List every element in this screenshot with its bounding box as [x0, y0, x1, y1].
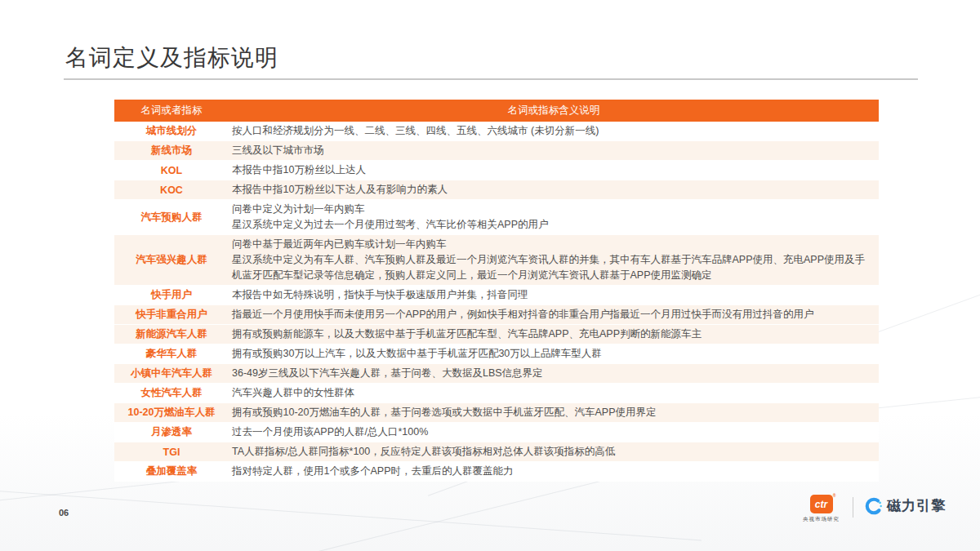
table-row: KOL 本报告中指10万粉丝以上达人 — [114, 161, 879, 180]
desc-line: 三线及以下城市市场 — [232, 143, 872, 158]
term-cell: 月渗透率 — [114, 423, 229, 442]
ctr-logo: ctr ® 央视市场研究 — [803, 495, 840, 523]
desc-cell: 拥有或预购新能源车，以及大数据中基于手机蓝牙匹配车型、汽车品牌APP、充电APP… — [229, 325, 879, 344]
logo-divider — [853, 497, 853, 518]
desc-cell: 本报告中指10万粉丝以下达人及有影响力的素人 — [229, 180, 879, 199]
page-number: 06 — [59, 508, 69, 518]
desc-cell: 指对特定人群，使用1个或多个APP时，去重后的人群覆盖能力 — [229, 462, 879, 481]
definitions-table: 名词或者指标 名词或指标含义说明 城市线划分 按人口和经济规划分为一线、二线、三… — [114, 100, 879, 482]
table-row: KOC 本报告中指10万粉丝以下达人及有影响力的素人 — [114, 180, 879, 200]
desc-cell: 拥有或预购30万以上汽车，以及大数据中基于手机蓝牙匹配30万以上品牌车型人群 — [229, 344, 879, 363]
desc-line: 过去一个月使用该APP的人群/总人口*100% — [232, 424, 872, 440]
desc-line: 本报告中指10万粉丝以上达人 — [232, 162, 872, 178]
table-row: 叠加覆盖率 指对特定人群，使用1个或多个APP时，去重后的人群覆盖能力 — [114, 462, 879, 482]
term-cell: 10-20万燃油车人群 — [114, 403, 229, 422]
desc-line: 拥有或预购10-20万燃油车的人群，基于问卷选项或大数据中手机蓝牙匹配、汽车AP… — [232, 405, 872, 420]
footer-logos: ctr ® 央视市场研究 磁力引擎 — [803, 495, 946, 523]
desc-line: TA人群指标/总人群同指标*100，反应特定人群该项指标相对总体人群该项指标的高… — [232, 444, 872, 460]
desc-line: 问卷中定义为计划一年内购车 — [232, 202, 872, 217]
term-cell: TGI — [114, 442, 229, 461]
table-header-row: 名词或者指标 名词或指标含义说明 — [114, 100, 879, 122]
table-row: 城市线划分 按人口和经济规划分为一线、二线、三线、四线、五线、六线城市 (未切分… — [114, 122, 879, 141]
table-row: 豪华车人群 拥有或预购30万以上汽车，以及大数据中基于手机蓝牙匹配30万以上品牌… — [114, 344, 879, 364]
table-row: 汽车预购人群 问卷中定义为计划一年内购车星汉系统中定义为过去一个月使用过驾考、汽… — [114, 200, 879, 235]
desc-line: 星汉系统中定义为过去一个月使用过驾考、汽车比价等相关APP的用户 — [232, 217, 872, 233]
desc-cell: 按人口和经济规划分为一线、二线、三线、四线、五线、六线城市 (未切分新一线) — [229, 122, 879, 140]
desc-cell: 三线及以下城市市场 — [229, 141, 879, 160]
term-cell: 女性汽车人群 — [114, 384, 229, 402]
kwai-magnetic-engine-logo: 磁力引擎 — [865, 496, 946, 515]
desc-line: 按人口和经济规划分为一线、二线、三线、四线、五线、六线城市 (未切分新一线) — [232, 123, 872, 139]
term-cell: 叠加覆盖率 — [114, 462, 229, 481]
table-row: TGI TA人群指标/总人群同指标*100，反应特定人群该项指标相对总体人群该项… — [114, 442, 879, 462]
desc-cell: 汽车兴趣人群中的女性群体 — [229, 384, 879, 402]
term-cell: KOL — [114, 161, 229, 180]
desc-cell: 问卷中定义为计划一年内购车星汉系统中定义为过去一个月使用过驾考、汽车比价等相关A… — [229, 200, 879, 234]
desc-line: 指对特定人群，使用1个或多个APP时，去重后的人群覆盖能力 — [232, 464, 872, 479]
ctr-subtext: 央视市场研究 — [803, 516, 840, 523]
desc-line: 问卷中基于最近两年内已购车或计划一年内购车 — [232, 237, 872, 252]
term-cell: 快手用户 — [114, 286, 229, 304]
desc-cell: 拥有或预购10-20万燃油车的人群，基于问卷选项或大数据中手机蓝牙匹配、汽车AP… — [229, 403, 879, 422]
desc-cell: 指最近一个月使用快手而未使用另一个APP的用户，例如快手相对抖音的非重合用户指最… — [229, 305, 879, 324]
term-cell: 汽车预购人群 — [114, 200, 229, 234]
desc-cell: 过去一个月使用该APP的人群/总人口*100% — [229, 423, 879, 442]
term-cell: 城市线划分 — [114, 122, 229, 140]
term-cell: 快手非重合用户 — [114, 305, 229, 324]
table-body: 城市线划分 按人口和经济规划分为一线、二线、三线、四线、五线、六线城市 (未切分… — [114, 122, 879, 482]
term-cell: 小镇中年汽车人群 — [114, 364, 229, 383]
table-header-term: 名词或者指标 — [114, 100, 229, 122]
table-row: 小镇中年汽车人群 36-49岁三线及以下汽车兴趣人群，基于问卷、大数据及LBS信… — [114, 364, 879, 384]
term-cell: KOC — [114, 180, 229, 199]
registered-mark: ® — [833, 493, 836, 498]
desc-line: 拥有或预购新能源车，以及大数据中基于手机蓝牙匹配车型、汽车品牌APP、充电APP… — [232, 327, 872, 342]
slide: 名词定义及指标说明 名词或者指标 名词或指标含义说明 城市线划分 按人口和经济规… — [0, 0, 980, 551]
term-cell: 汽车强兴趣人群 — [114, 235, 229, 285]
desc-line: 本报告中如无特殊说明，指快手与快手极速版用户并集，抖音同理 — [232, 287, 872, 303]
kwai-logo-text: 磁力引擎 — [887, 496, 946, 515]
table-row: 快手用户 本报告中如无特殊说明，指快手与快手极速版用户并集，抖音同理 — [114, 286, 879, 305]
watermark-line — [0, 489, 702, 541]
term-cell: 新线市场 — [114, 141, 229, 160]
table-row: 新线市场 三线及以下城市市场 — [114, 141, 879, 161]
desc-line: 36-49岁三线及以下汽车兴趣人群，基于问卷、大数据及LBS信息界定 — [232, 366, 872, 381]
table-row: 10-20万燃油车人群 拥有或预购10-20万燃油车的人群，基于问卷选项或大数据… — [114, 403, 879, 423]
desc-cell: TA人群指标/总人群同指标*100，反应特定人群该项指标相对总体人群该项指标的高… — [229, 442, 879, 461]
table-row: 汽车强兴趣人群 问卷中基于最近两年内已购车或计划一年内购车星汉系统中定义为有车人… — [114, 235, 879, 286]
desc-line: 星汉系统中定义为有车人群、汽车预购人群及最近一个月浏览汽车资讯人群的并集，其中有… — [232, 252, 872, 283]
desc-cell: 本报告中指10万粉丝以上达人 — [229, 161, 879, 180]
desc-line: 汽车兴趣人群中的女性群体 — [232, 385, 872, 401]
table-header-desc: 名词或指标含义说明 — [229, 100, 879, 122]
ctr-logo-text: ctr — [815, 499, 827, 510]
watermark-line — [130, 479, 605, 551]
desc-line: 本报告中指10万粉丝以下达人及有影响力的素人 — [232, 182, 872, 198]
table-row: 新能源汽车人群 拥有或预购新能源车，以及大数据中基于手机蓝牙匹配车型、汽车品牌A… — [114, 325, 879, 344]
table-row: 月渗透率 过去一个月使用该APP的人群/总人口*100% — [114, 423, 879, 442]
table-row: 快手非重合用户 指最近一个月使用快手而未使用另一个APP的用户，例如快手相对抖音… — [114, 305, 879, 325]
table-row: 女性汽车人群 汽车兴趣人群中的女性群体 — [114, 384, 879, 403]
page-title: 名词定义及指标说明 — [65, 42, 278, 73]
desc-line: 指最近一个月使用快手而未使用另一个APP的用户，例如快手相对抖音的非重合用户指最… — [232, 307, 872, 322]
term-cell: 豪华车人群 — [114, 344, 229, 363]
ctr-logo-icon: ctr ® — [810, 495, 833, 513]
desc-cell: 本报告中如无特殊说明，指快手与快手极速版用户并集，抖音同理 — [229, 286, 879, 304]
term-cell: 新能源汽车人群 — [114, 325, 229, 344]
desc-cell: 问卷中基于最近两年内已购车或计划一年内购车星汉系统中定义为有车人群、汽车预购人群… — [229, 235, 879, 285]
desc-line: 拥有或预购30万以上汽车，以及大数据中基于手机蓝牙匹配30万以上品牌车型人群 — [232, 346, 872, 362]
desc-cell: 36-49岁三线及以下汽车兴趣人群，基于问卷、大数据及LBS信息界定 — [229, 364, 879, 383]
magnetic-engine-icon — [865, 497, 883, 515]
title-underline — [64, 78, 918, 80]
